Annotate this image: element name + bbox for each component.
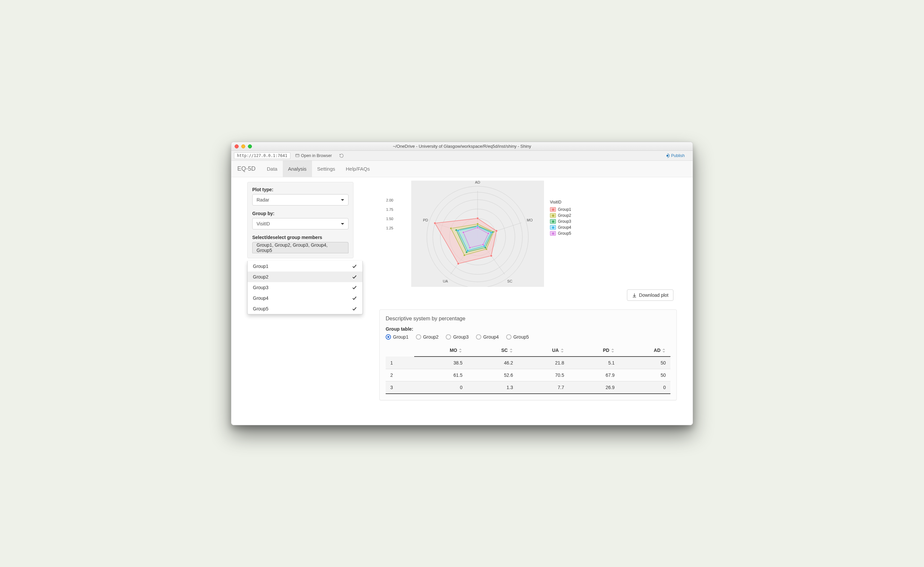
panel-title: Descriptive system by percentage [386,316,670,322]
open-in-browser-button[interactable]: Open in Browser [292,152,334,159]
svg-point-1 [666,155,669,157]
legend-dot-icon [552,226,554,229]
plot-type-label: Plot type: [252,187,348,192]
column-header-ua[interactable]: UA [518,344,569,357]
column-header-mo[interactable]: MO [414,344,467,357]
download-plot-label: Download plot [639,292,669,298]
check-icon [352,296,357,301]
zoom-window-icon[interactable] [248,144,252,148]
cell: 0 [620,381,670,394]
chart-legend: VisitID Group1Group2Group3Group4Group5 [550,200,571,236]
column-header-pd[interactable]: PD [569,344,620,357]
axis-label-pd: PD [423,218,428,222]
window-title: ~/OneDrive - University of Glasgow/works… [231,144,693,149]
radio-label: Group4 [483,334,499,340]
radio-group1[interactable]: Group1 [386,334,409,340]
svg-point-22 [450,227,452,230]
reload-button[interactable] [336,152,346,159]
members-option-group3[interactable]: Group3 [248,282,362,293]
group-by-label: Group by: [252,211,348,216]
cell: 26.9 [569,381,620,394]
column-header-ad[interactable]: AD [620,344,670,357]
check-icon [352,264,357,269]
plot-type-select[interactable]: Radar [252,194,348,206]
chevron-down-icon [341,199,344,201]
radio-group5[interactable]: Group5 [506,334,529,340]
row-label: 3 [386,381,414,394]
cell: 7.7 [518,381,569,394]
tick-label: 1.75 [386,208,393,212]
group-by-group: Group by: VisitID [252,211,348,230]
cell: 70.5 [518,369,569,381]
plot-type-group: Plot type: Radar [252,187,348,206]
legend-item-group2[interactable]: Group2 [550,213,571,218]
check-icon [352,274,357,279]
row-label: 2 [386,369,414,381]
traffic-lights [235,144,252,148]
svg-point-29 [490,232,492,234]
svg-point-33 [477,227,478,229]
legend-dot-icon [552,220,554,223]
members-option-group4[interactable]: Group4 [248,293,362,303]
radio-group3[interactable]: Group3 [446,334,469,340]
tab-data[interactable]: Data [261,160,283,177]
svg-point-37 [462,231,464,233]
legend-swatch [550,219,556,224]
option-label: Group5 [253,306,268,311]
check-icon [352,306,357,311]
navbar: EQ-5D DataAnalysisSettingsHelp/FAQs [231,160,693,177]
titlebar: ~/OneDrive - University of Glasgow/works… [231,142,693,151]
radar-plot: ADMOSCUAPD 2.001.751.501.25 [411,181,544,287]
svg-point-15 [490,255,492,256]
column-header-sc[interactable]: SC [467,344,518,357]
publish-button[interactable]: Publish [663,152,690,159]
radio-label: Group3 [453,334,469,340]
open-in-browser-label: Open in Browser [301,153,332,158]
minimize-window-icon[interactable] [241,144,245,148]
download-plot-button[interactable]: Download plot [627,290,674,301]
members-select[interactable]: Group1, Group2, Group3, Group4, Group5 [252,242,348,253]
radar-svg: ADMOSCUAPD [411,181,544,287]
tab-settings[interactable]: Settings [312,160,340,177]
radio-group2[interactable]: Group2 [416,334,439,340]
members-option-group5[interactable]: Group5 [248,303,362,314]
legend-dot-icon [552,208,554,211]
radio-group4[interactable]: Group4 [476,334,499,340]
legend-swatch [550,231,556,236]
legend-item-group1[interactable]: Group1 [550,207,571,213]
members-group: Select/deselect group members Group1, Gr… [252,235,348,253]
legend-swatch [550,207,556,212]
axis-label-ad: AD [475,181,480,184]
close-window-icon[interactable] [235,144,238,148]
address-input[interactable]: http://127.0.0.1:7641 [234,152,290,159]
table-panel: Descriptive system by percentage Group t… [380,309,677,400]
tab-helpfaqs[interactable]: Help/FAQs [340,160,375,177]
cell: 46.2 [467,357,518,369]
legend-swatch [550,213,556,218]
cell: 21.8 [518,357,569,369]
group-by-select[interactable]: VisitID [252,218,348,230]
cell: 1.3 [467,381,518,394]
legend-item-group3[interactable]: Group3 [550,218,571,224]
cell: 5.1 [569,357,620,369]
legend-label: Group5 [558,231,571,236]
sidebar: Plot type: Radar Group by: VisitID Selec… [231,177,369,425]
radio-icon [476,334,481,340]
svg-point-31 [466,250,469,252]
reload-icon [339,153,344,158]
radio-icon [506,334,512,340]
cell: 50 [620,369,670,381]
members-option-group2[interactable]: Group2 [248,272,362,282]
svg-point-34 [487,232,489,234]
legend-item-group5[interactable]: Group5 [550,230,571,236]
download-row: Download plot [380,290,674,301]
radio-icon [416,334,421,340]
tab-analysis[interactable]: Analysis [283,160,312,177]
group-by-value: VisitID [256,221,270,226]
svg-point-32 [457,230,459,232]
legend-item-group4[interactable]: Group4 [550,224,571,230]
table-row: 138.546.221.85.150 [386,357,670,369]
legend-label: Group4 [558,225,571,230]
members-option-group1[interactable]: Group1 [248,261,362,272]
legend-title: VisitID [550,200,571,204]
